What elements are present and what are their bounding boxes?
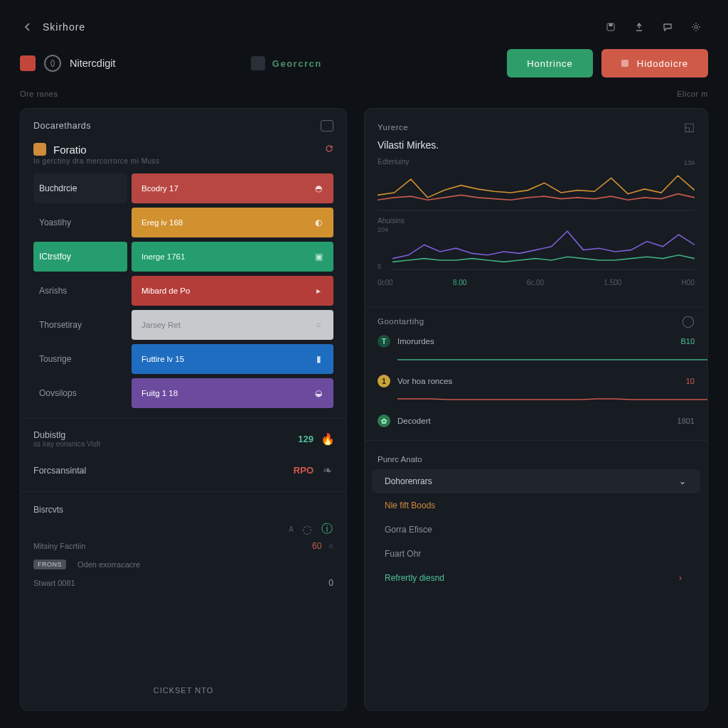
section-subtitle: In gerctiny dra mercorrorce mi Muss bbox=[21, 157, 346, 173]
metric-label: Vor hoa ronces bbox=[397, 377, 452, 385]
metric-row[interactable]: T Imorurdes B10 bbox=[365, 332, 707, 350]
category-bar[interactable]: Ereg iv 168◐ bbox=[132, 208, 333, 237]
left-panel-title: Docarethards bbox=[33, 121, 91, 131]
list-item[interactable]: Refrertly diesnd › bbox=[372, 566, 700, 590]
category-bar[interactable]: Inerge 1761▣ bbox=[132, 242, 333, 272]
recent-list: Punrc Anato Dohorenrars ⌄ Nle fift Boods… bbox=[365, 448, 707, 593]
info-icon[interactable]: ⓘ bbox=[321, 522, 333, 537]
app-root: Skirhore Nitercdigit Georcrcn Hontrince … bbox=[0, 0, 728, 728]
danger-action-button[interactable]: Hidodoicre bbox=[601, 49, 708, 77]
dot-icon: ◌ bbox=[301, 523, 314, 536]
metric-row[interactable]: 1 Vor hoa ronces 10 bbox=[365, 372, 707, 390]
list-item[interactable]: Nle fift Boods bbox=[372, 493, 700, 518]
save-icon[interactable] bbox=[599, 18, 623, 36]
right-panel: Yurerce ◱ Vilasti Mirkes. Edteriuiny 139 bbox=[364, 108, 708, 711]
metric-dot-icon: ✿ bbox=[378, 414, 390, 427]
bar-icon: ▮ bbox=[314, 354, 323, 364]
stat-sublabel: ss iray eorianica Visfr bbox=[33, 440, 101, 448]
category-bar[interactable]: Fuitg 1 18◒ bbox=[132, 378, 333, 408]
section-title: Foratio bbox=[53, 144, 87, 156]
chevron-down-icon: ⌄ bbox=[679, 476, 687, 486]
bar-icon: ◓ bbox=[314, 183, 323, 193]
left-panel: Docarethards Foratio In gerctiny dra mer… bbox=[20, 108, 347, 711]
compare-title: Goontartihg bbox=[378, 317, 424, 326]
metric-label: Imorurdes bbox=[397, 337, 434, 346]
category-bar[interactable]: Jarsey Ret○ bbox=[132, 310, 333, 340]
chart-1: Edteriuiny 139 bbox=[365, 158, 707, 217]
metric-label: Decodert bbox=[397, 417, 431, 425]
chart-2-svg bbox=[392, 226, 695, 270]
recent-title: Punrc Anato bbox=[365, 451, 707, 469]
category-label[interactable]: Oovsilops bbox=[33, 378, 127, 408]
more-icon[interactable]: ◯ bbox=[682, 314, 695, 328]
breakdown-title: Bisrcvts bbox=[21, 499, 346, 522]
list-item[interactable]: Gorra Efisce bbox=[372, 518, 700, 542]
list-item[interactable]: Dohorenrars ⌄ bbox=[372, 469, 700, 493]
lock-icon: ▣ bbox=[314, 252, 323, 262]
breakdown-value: 60 bbox=[312, 541, 321, 551]
chart-1-svg bbox=[378, 167, 695, 211]
search-label: Georcrcn bbox=[272, 58, 322, 69]
workspace-bar: Nitercdigit Georcrcn Hontrince Hidodoicr… bbox=[20, 47, 708, 80]
section-badge-icon bbox=[33, 143, 46, 156]
metric-dot-icon: T bbox=[378, 335, 390, 348]
refresh-icon[interactable] bbox=[325, 143, 333, 156]
left-panel-footer[interactable]: CICKSET NTO bbox=[21, 676, 346, 699]
category-bar[interactable]: Futtire lv 15▮ bbox=[132, 344, 333, 374]
category-bar[interactable]: Bcodry 17◓ bbox=[132, 173, 333, 203]
breakdown-badge: FRONS bbox=[33, 560, 66, 569]
chat-icon[interactable] bbox=[655, 18, 680, 36]
breadcrumb-left: Ore ranes bbox=[20, 90, 58, 98]
back-button[interactable] bbox=[20, 19, 36, 35]
metric-row[interactable]: ✿ Decodert 1801 bbox=[365, 412, 707, 430]
workspace-name[interactable]: Nitercdigit bbox=[70, 58, 115, 69]
stat-label: Forcsansintal bbox=[33, 466, 86, 476]
workspace-logo-icon bbox=[44, 55, 61, 72]
danger-action-label: Hidodoicre bbox=[637, 58, 688, 69]
metric-value: 10 bbox=[686, 377, 695, 385]
export-icon[interactable] bbox=[627, 18, 651, 36]
right-panel-title: Vilasti Mirkes. bbox=[365, 138, 707, 158]
stat-value: 129 bbox=[298, 434, 314, 444]
chevron-right-icon: › bbox=[679, 573, 687, 583]
category-grid: Buchdrcie Bcodry 17◓ Yoastihy Ereg iv 16… bbox=[21, 173, 346, 408]
stat-row: Forcsansintal RPO ❧ bbox=[21, 459, 346, 481]
category-label[interactable]: Buchdrcie bbox=[33, 173, 127, 203]
chart-1-label: Edteriuiny bbox=[378, 158, 409, 166]
breakdown-row[interactable]: Stwart 0081 0 bbox=[21, 574, 346, 592]
chart-2-ytick: 5 bbox=[378, 263, 388, 270]
metric-value: B10 bbox=[680, 337, 695, 346]
breakdown-label: Mitsiny Facrtiin bbox=[33, 542, 85, 550]
breakdown-label: Stwart 0081 bbox=[33, 579, 75, 587]
breakdown-row[interactable]: FRONS Oden exorracacre bbox=[21, 555, 346, 574]
category-label[interactable]: Yoastihy bbox=[33, 208, 127, 237]
stat-value: RPO bbox=[294, 465, 314, 476]
search-icon bbox=[251, 56, 265, 70]
category-label[interactable]: ICtrstfoy bbox=[33, 242, 127, 272]
svg-point-2 bbox=[695, 26, 697, 28]
circle-icon: ○ bbox=[314, 321, 323, 329]
metric-dot-icon: 1 bbox=[378, 375, 390, 387]
category-bar[interactable]: Mibard de Po▸ bbox=[132, 276, 333, 306]
breakdown-value: 0 bbox=[328, 578, 333, 588]
list-item[interactable]: Fuart Ohr bbox=[372, 542, 700, 566]
stat-label: Dubistlg bbox=[33, 430, 101, 440]
metric-spark bbox=[397, 392, 708, 409]
metric-value: 1801 bbox=[678, 417, 695, 425]
page-title: Skirhore bbox=[43, 21, 85, 33]
right-panel-overline: Yurerce bbox=[378, 123, 408, 132]
svg-rect-1 bbox=[609, 23, 613, 26]
chart-2-ytick: 204 bbox=[378, 226, 388, 233]
category-label[interactable]: Asrishs bbox=[33, 276, 127, 306]
primary-action-button[interactable]: Hontrince bbox=[507, 49, 593, 77]
panel-toggle-icon[interactable] bbox=[321, 120, 333, 132]
bar-icon: ◐ bbox=[314, 218, 323, 228]
danger-action-icon bbox=[621, 60, 628, 67]
settings-icon[interactable] bbox=[684, 18, 708, 36]
expand-icon[interactable]: ◱ bbox=[684, 120, 695, 134]
category-label[interactable]: Thorsetiray bbox=[33, 310, 127, 340]
dot-icon: ○ bbox=[328, 542, 333, 550]
category-label[interactable]: Tousrige bbox=[33, 344, 127, 374]
breakdown-row[interactable]: Mitsiny Facrtiin 60 ○ bbox=[21, 537, 346, 555]
search-trigger[interactable]: Georcrcn bbox=[251, 56, 372, 70]
